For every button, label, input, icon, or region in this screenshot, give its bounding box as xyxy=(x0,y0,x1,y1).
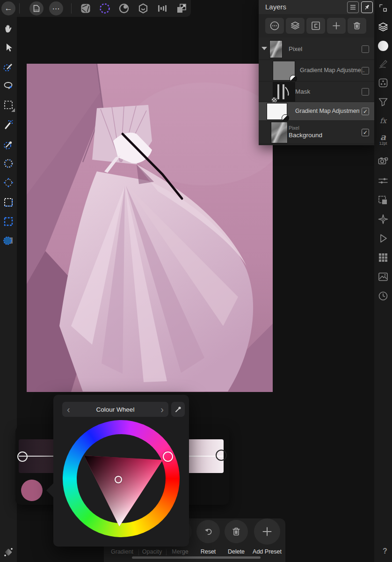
layers-studio-button[interactable] xyxy=(377,21,389,33)
persona-selections[interactable] xyxy=(99,2,111,15)
move-tool[interactable] xyxy=(2,41,15,53)
text-size-label: 12pt xyxy=(379,141,387,146)
delete-label: Delete xyxy=(228,548,245,555)
back-button[interactable]: ← xyxy=(1,1,15,15)
feather-selection-tool[interactable] xyxy=(2,157,15,170)
trash-icon xyxy=(231,526,241,537)
layer-options-button[interactable] xyxy=(265,18,284,34)
history-studio-button[interactable] xyxy=(377,290,389,302)
export-persona-icon xyxy=(176,3,187,14)
layer-label: Pixel xyxy=(289,45,302,52)
pin-icon xyxy=(363,4,370,11)
divider xyxy=(138,549,139,555)
delete-button[interactable] xyxy=(225,520,248,543)
colour-picker-tool[interactable] xyxy=(2,139,15,151)
gradient-tool[interactable] xyxy=(2,546,15,558)
colour-icon xyxy=(378,41,388,51)
persona-tone-mapping[interactable] xyxy=(156,2,168,15)
plus-icon xyxy=(332,21,341,30)
layer-visibility-checkbox[interactable]: ✓ xyxy=(362,129,369,136)
layer-thumbnail[interactable] xyxy=(271,122,287,143)
horizontal-scroll-indicator[interactable] xyxy=(132,556,261,559)
transform-studio-button[interactable] xyxy=(377,2,389,14)
persona-develop[interactable] xyxy=(137,2,149,15)
add-layer-button[interactable] xyxy=(327,18,346,34)
adjustments-icon xyxy=(377,77,389,89)
filter-icon xyxy=(377,96,389,108)
play-icon xyxy=(377,233,389,244)
layer-thumbnail[interactable] xyxy=(270,41,282,58)
brush-icon xyxy=(377,59,389,70)
selected-stop-swatch[interactable] xyxy=(21,480,43,501)
persona-export[interactable] xyxy=(175,2,188,15)
mask-icon xyxy=(311,21,321,31)
reset-button[interactable] xyxy=(196,520,220,543)
layers-toolbar xyxy=(259,14,374,37)
liquify-persona-icon xyxy=(118,3,130,14)
transform-selection-tool[interactable] xyxy=(2,177,15,189)
expand-arrow-icon[interactable] xyxy=(261,47,267,50)
navigator-icon xyxy=(377,214,389,225)
layer-row-mask[interactable]: Mask xyxy=(259,81,374,102)
help-button[interactable]: ? xyxy=(383,547,387,555)
grid-icon xyxy=(378,252,388,263)
camera-studio-button[interactable] xyxy=(377,155,389,167)
layer-row-gradient-map-child[interactable]: Gradient Map Adjustme… xyxy=(259,60,374,81)
saturation-triangle[interactable] xyxy=(53,395,189,547)
brush-studio-button[interactable] xyxy=(377,58,389,70)
layer-visibility-checkbox[interactable] xyxy=(362,67,369,74)
layer-visibility-checkbox[interactable]: ✓ xyxy=(362,108,369,115)
view-hand-tool[interactable] xyxy=(2,22,15,34)
reset-label: Reset xyxy=(201,548,216,555)
rectangular-marquee-tool[interactable] xyxy=(2,99,15,111)
adjustments-studio-button[interactable] xyxy=(377,77,389,89)
layer-visibility-checkbox[interactable] xyxy=(362,88,369,96)
develop-studio-button[interactable] xyxy=(377,175,389,187)
gradient-stop-left[interactable] xyxy=(17,451,28,462)
merge-toggle-label: Merge xyxy=(172,548,188,555)
marquee-alt-tool[interactable] xyxy=(2,196,15,208)
grid-studio-button[interactable] xyxy=(377,251,389,264)
refine-studio-button[interactable] xyxy=(377,194,389,207)
layer-mask-button[interactable] xyxy=(306,18,325,34)
navigator-studio-button[interactable] xyxy=(377,213,389,225)
layer-stack-button[interactable] xyxy=(286,18,305,34)
hue-selector-handle[interactable] xyxy=(163,451,173,462)
layer-thumbnail[interactable] xyxy=(273,61,295,80)
effects-studio-button[interactable]: fx xyxy=(377,115,389,127)
image-icon xyxy=(377,271,389,282)
delete-layer-button[interactable] xyxy=(348,18,366,34)
text-studio-button[interactable]: a 12pt xyxy=(377,133,389,145)
layer-row-gradient-map-selected[interactable]: Gradient Map Adjustment ✓ xyxy=(259,102,374,121)
canvas-image[interactable] xyxy=(27,64,273,392)
more-button[interactable]: ⋯ xyxy=(49,1,63,15)
persona-photo[interactable] xyxy=(80,2,92,15)
document-button[interactable] xyxy=(29,1,44,15)
options-icon xyxy=(269,21,280,31)
edge-selection-tool[interactable] xyxy=(2,234,15,246)
panel-menu-button[interactable] xyxy=(347,1,359,13)
saturation-selector-handle[interactable] xyxy=(115,476,122,483)
freehand-selection-tool[interactable] xyxy=(2,80,15,92)
media-studio-button[interactable] xyxy=(377,271,389,283)
layer-thumbnail[interactable] xyxy=(267,104,287,119)
filters-studio-button[interactable] xyxy=(377,96,389,108)
ellipsis-icon: ⋯ xyxy=(52,4,60,13)
persona-liquify[interactable] xyxy=(118,2,130,15)
layer-row-background[interactable]: Pixel Background ✓ xyxy=(259,121,374,144)
play-studio-button[interactable] xyxy=(377,232,389,244)
layer-sublabel: Pixel xyxy=(289,125,299,131)
gradient-stop-right[interactable] xyxy=(216,450,227,461)
selection-brush-tool[interactable] xyxy=(2,60,15,73)
layer-thumbnail[interactable] xyxy=(273,82,295,101)
develop-persona-icon xyxy=(138,3,149,14)
colour-studio-button[interactable] xyxy=(377,40,389,52)
pin-panel-button[interactable] xyxy=(361,1,373,13)
layer-visibility-checkbox[interactable] xyxy=(362,45,369,53)
plus-icon xyxy=(261,526,273,537)
layer-row-pixel[interactable]: Pixel xyxy=(259,38,374,60)
selection-frame-tool[interactable] xyxy=(2,215,15,228)
add-preset-button[interactable] xyxy=(254,518,280,545)
opacity-toggle-label: Opacity xyxy=(142,548,162,555)
flood-select-tool[interactable] xyxy=(2,118,15,131)
